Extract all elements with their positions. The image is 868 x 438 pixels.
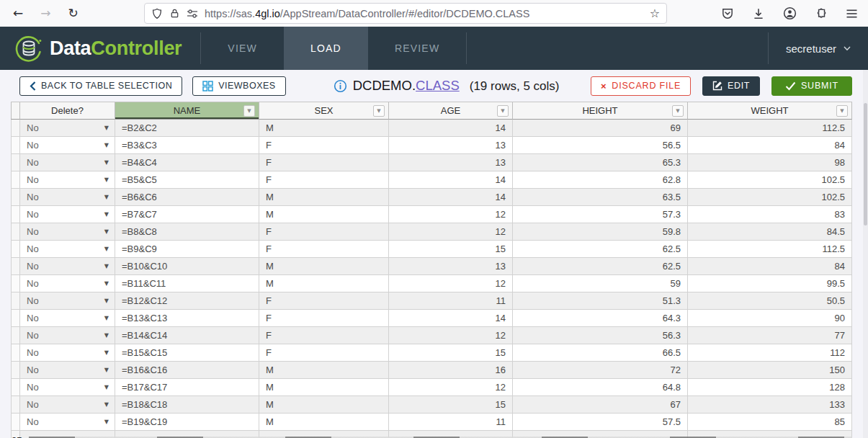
name-cell[interactable]: =B3&C3 xyxy=(115,137,259,154)
tab-load[interactable]: LOAD xyxy=(284,27,368,70)
col-header-sex[interactable]: SEX▼ xyxy=(259,102,389,120)
sex-cell[interactable]: M xyxy=(259,414,389,431)
sex-cell[interactable]: M xyxy=(259,189,389,206)
height-cell[interactable]: 69 xyxy=(513,120,688,137)
col-header-height[interactable]: HEIGHT▼ xyxy=(513,102,688,120)
age-cell[interactable]: 12 xyxy=(389,223,513,241)
weight-cell[interactable]: 50.5 xyxy=(688,292,852,310)
weight-cell[interactable]: 112.5 xyxy=(688,120,852,137)
delete-dropdown-cell[interactable]: No▼ xyxy=(20,206,115,223)
sex-cell[interactable]: F xyxy=(259,154,389,171)
delete-dropdown-cell[interactable]: No▼ xyxy=(20,344,115,362)
height-cell[interactable]: 64.8 xyxy=(513,379,688,396)
delete-dropdown-cell[interactable]: No▼ xyxy=(20,137,115,154)
age-cell[interactable]: 14 xyxy=(389,171,513,189)
delete-dropdown-cell[interactable]: No▼ xyxy=(20,327,115,344)
height-cell[interactable]: 57.5 xyxy=(513,414,688,431)
weight-cell[interactable]: 84 xyxy=(688,258,852,275)
tab-view[interactable]: VIEW xyxy=(201,27,284,70)
name-cell[interactable]: =B11&C11 xyxy=(115,275,259,292)
sex-cell[interactable]: F xyxy=(259,310,389,327)
name-cell[interactable]: =B2&C2 xyxy=(115,120,259,137)
sex-cell[interactable]: F xyxy=(259,327,389,344)
sex-cell[interactable]: F xyxy=(259,137,389,154)
weight-cell[interactable]: 102.5 xyxy=(688,189,852,206)
height-cell[interactable]: 72 xyxy=(513,362,688,379)
sex-cell[interactable]: F xyxy=(259,241,389,258)
height-cell[interactable]: 62.5 xyxy=(513,241,688,258)
weight-cell[interactable]: 84.5 xyxy=(688,223,852,241)
weight-cell[interactable]: 112.5 xyxy=(688,241,852,258)
height-cell[interactable]: 65.3 xyxy=(513,154,688,171)
weight-cell[interactable]: 83 xyxy=(688,206,852,223)
url-text[interactable]: https://sas.4gl.io/AppStream/DataControl… xyxy=(205,8,644,19)
height-cell[interactable]: 57.3 xyxy=(513,206,688,223)
name-cell[interactable]: =B4&C4 xyxy=(115,154,259,171)
brand-logo[interactable]: DataController xyxy=(0,27,200,70)
height-cell[interactable]: 64.3 xyxy=(513,310,688,327)
age-cell[interactable]: 11 xyxy=(389,292,513,310)
info-icon[interactable] xyxy=(334,79,347,93)
name-cell[interactable]: =B18&C18 xyxy=(115,396,259,414)
table-name-link[interactable]: CLASS xyxy=(416,78,460,93)
height-cell[interactable]: 51.3 xyxy=(513,292,688,310)
age-cell[interactable]: 16 xyxy=(389,362,513,379)
filter-button[interactable]: ▼ xyxy=(672,105,684,117)
account-icon[interactable] xyxy=(783,6,797,20)
delete-dropdown-cell[interactable]: No▼ xyxy=(20,379,115,396)
name-cell[interactable]: =B5&C5 xyxy=(115,171,259,189)
delete-dropdown-cell[interactable]: No▼ xyxy=(20,154,115,171)
sex-cell[interactable]: M xyxy=(259,206,389,223)
filter-button[interactable]: ▼ xyxy=(836,105,848,117)
delete-dropdown-cell[interactable]: No▼ xyxy=(20,258,115,275)
sex-cell[interactable]: M xyxy=(259,362,389,379)
delete-dropdown-cell[interactable]: No▼ xyxy=(20,310,115,327)
name-cell[interactable]: =B9&C9 xyxy=(115,241,259,258)
age-cell[interactable]: 14 xyxy=(389,310,513,327)
name-cell[interactable]: =B8&C8 xyxy=(115,223,259,241)
age-cell[interactable]: 12 xyxy=(389,379,513,396)
delete-dropdown-cell[interactable]: No▼ xyxy=(20,275,115,292)
sex-cell[interactable]: F xyxy=(259,223,389,241)
delete-dropdown-cell[interactable]: No▼ xyxy=(20,241,115,258)
user-menu[interactable]: secretuser xyxy=(769,43,868,55)
delete-dropdown-cell[interactable]: No▼ xyxy=(20,171,115,189)
age-cell[interactable]: 13 xyxy=(389,258,513,275)
height-cell[interactable]: 63.5 xyxy=(513,189,688,206)
height-cell[interactable]: 56.3 xyxy=(513,327,688,344)
browser-forward-icon[interactable]: → xyxy=(40,7,50,19)
url-bar[interactable]: https://sas.4gl.io/AppStream/DataControl… xyxy=(144,3,667,24)
height-cell[interactable]: 56.5 xyxy=(513,137,688,154)
sex-cell[interactable]: F xyxy=(259,344,389,362)
sex-cell[interactable]: F xyxy=(259,171,389,189)
height-cell[interactable]: 62.8 xyxy=(513,171,688,189)
filter-button[interactable]: ▼ xyxy=(373,105,385,117)
delete-dropdown-cell[interactable]: No▼ xyxy=(20,223,115,241)
sex-cell[interactable]: M xyxy=(259,120,389,137)
delete-dropdown-cell[interactable]: No▼ xyxy=(20,292,115,310)
extensions-icon[interactable] xyxy=(815,7,828,20)
age-cell[interactable]: 13 xyxy=(389,154,513,171)
browser-refresh-icon[interactable]: ↻ xyxy=(68,7,79,19)
sex-cell[interactable]: M xyxy=(259,258,389,275)
age-cell[interactable]: 13 xyxy=(389,137,513,154)
col-header-delete[interactable]: Delete? xyxy=(20,102,115,120)
age-cell[interactable]: 15 xyxy=(389,396,513,414)
weight-cell[interactable]: 112 xyxy=(688,344,852,362)
weight-cell[interactable]: 150 xyxy=(688,362,852,379)
name-cell[interactable]: =B19&C19 xyxy=(115,414,259,431)
lock-icon[interactable] xyxy=(169,8,180,19)
sex-cell[interactable]: F xyxy=(259,292,389,310)
name-cell[interactable]: =B12&C12 xyxy=(115,292,259,310)
menu-hamburger-icon[interactable] xyxy=(846,9,858,19)
name-cell[interactable]: =B10&C10 xyxy=(115,258,259,275)
name-cell[interactable]: =B15&C15 xyxy=(115,344,259,362)
filter-button[interactable]: ▼ xyxy=(497,105,509,117)
height-cell[interactable]: 67 xyxy=(513,396,688,414)
name-cell[interactable]: =B16&C16 xyxy=(115,362,259,379)
age-cell[interactable]: 14 xyxy=(389,189,513,206)
scrollbar-thumb[interactable] xyxy=(864,103,867,225)
weight-cell[interactable]: 90 xyxy=(688,310,852,327)
tab-review[interactable]: REVIEW xyxy=(368,27,466,70)
delete-dropdown-cell[interactable]: No▼ xyxy=(20,396,115,414)
